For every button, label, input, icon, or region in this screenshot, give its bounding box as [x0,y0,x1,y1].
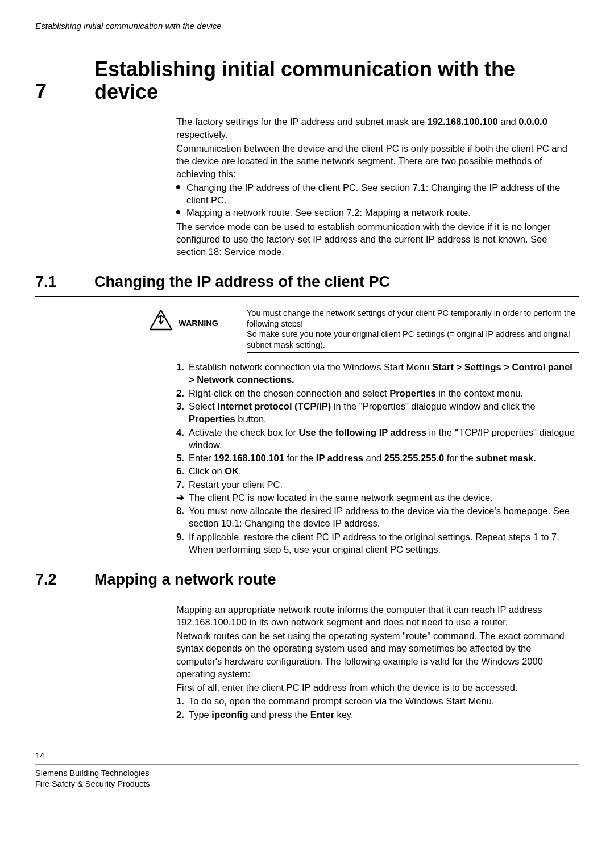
tcpip-label: Internet protocol (TCP/IP) [217,401,331,411]
text: in the context menu. [436,388,523,398]
text: and [363,453,384,463]
text: for the [444,453,476,463]
running-header: Establishing initial communication with … [35,20,579,32]
text: Click on [189,466,225,476]
text: key. [334,710,354,720]
ok-button: OK [225,466,239,476]
step-2: 2. Right-click on the chosen connection … [176,387,579,399]
step-6: 6. Click on OK. [176,465,579,477]
text: . [239,466,242,476]
section-number-7-1: 7.1 [35,272,94,292]
chapter-number: 7 [35,81,94,103]
footer-line-2: Fire Safety & Security Products [35,779,579,790]
intro-paragraph-2: Communication between the device and the… [176,142,579,180]
text: Select [189,401,217,411]
text: Activate the check box for [189,427,299,437]
section-rule [35,594,579,594]
text: and [498,116,519,127]
text: The client PC is now located in the same… [189,493,493,503]
text: If applicable, restore the client PC IP … [189,532,559,554]
step-9: 9. If applicable, restore the client PC … [176,531,579,556]
text: in the "Properties" dialogue window and … [331,401,535,411]
text: button. [235,414,267,424]
text: Right-click on the chosen connection and… [189,388,389,398]
step-4: 4. Activate the check box for Use the fo… [176,426,579,452]
sec72-step-2: 2. Type ipconfig and press the Enter key… [176,708,579,721]
warning-label: WARNING [177,318,247,329]
intro-bullet-2: Mapping a network route. See section 7.2… [176,206,579,219]
result-arrow: The client PC is now located in the same… [176,491,579,504]
text: Restart your client PC. [189,479,283,490]
sec72-paragraph-3: First of all, enter the client PC IP add… [176,681,579,694]
text: for the [284,453,316,463]
intro-paragraph-3: The service mode can be used to establis… [176,220,579,258]
footer-rule [35,764,579,765]
properties-label: Properties [389,388,436,398]
step-3: 3. Select Internet protocol (TCP/IP) in … [176,400,579,425]
section-number-7-2: 7.2 [35,569,94,590]
text: in the [426,427,455,437]
properties-button: Properties [189,414,235,424]
step-5: 5. Enter 192.168.100.101 for the IP addr… [176,452,579,464]
section-title-7-2: Mapping a network route [94,569,276,590]
sec72-step-1: 1. To do so, open the command prompt scr… [176,695,579,707]
text: Enter [189,453,214,463]
text: To do so, open the command prompt screen… [189,696,494,706]
warning-icon [149,309,177,331]
sec72-paragraph-1: Mapping an appropriate network route inf… [176,603,579,629]
warning-text: You must change the network settings of … [247,306,579,353]
ip-value: 192.168.100.101 [214,453,284,463]
use-ip-label: Use the following IP address [299,427,426,437]
intro-paragraph-1: The factory settings for the IP address … [176,115,579,141]
text: respectively. [176,130,227,140]
footer-line-1: Siemens Building Technologies [35,768,579,779]
step-7: 7. Restart your client PC. [176,478,579,491]
sec72-paragraph-2: Network routes can be set using the oper… [176,629,579,680]
text: You must now allocate the desired IP add… [189,506,570,528]
text: Establish network connection via the Win… [189,362,432,372]
text: Type [189,710,211,720]
ip-default: 192.168.100.100 [428,116,498,127]
section-rule [35,296,579,297]
ip-label: IP address [316,453,363,463]
step-8: 8. You must now allocate the desired IP … [176,504,579,530]
intro-bullet-1: Changing the IP address of the client PC… [176,181,579,207]
chapter-title: Establishing initial communication with … [94,58,579,103]
mask-default: 0.0.0.0 [518,116,547,127]
section-title-7-1: Changing the IP address of the client PC [94,272,390,292]
step-1: 1. Establish network connection via the … [176,361,579,386]
mask-value: 255.255.255.0 [384,453,445,463]
page-number: 14 [35,750,579,762]
text: and press the [248,710,310,720]
enter-key: Enter [310,710,334,720]
subnet-mask-label: subnet mask. [476,453,536,463]
ipconfig-cmd: ipconfig [211,710,248,720]
text: The factory settings for the IP address … [176,116,428,127]
